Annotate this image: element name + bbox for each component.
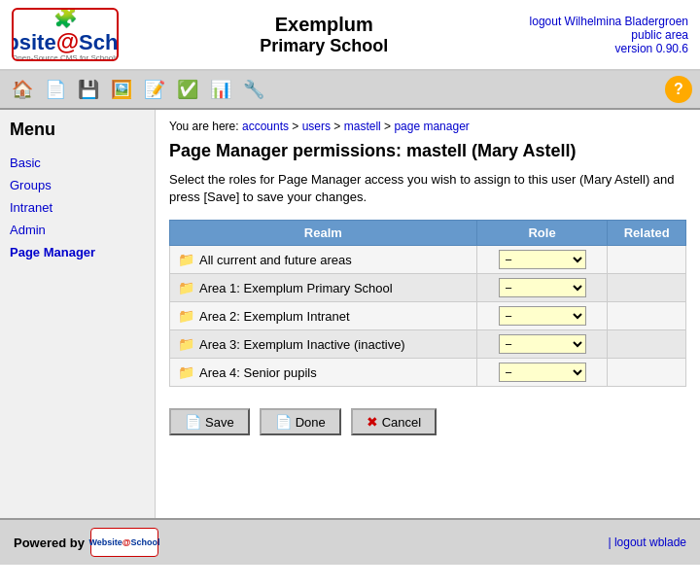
permissions-table: Realm Role Related 📁All current and futu… [169, 220, 686, 387]
page-icon[interactable]: 📄 [41, 75, 70, 104]
related-cell [608, 302, 686, 330]
site-name-line2: Primary School [119, 36, 530, 56]
folder-icon: 📁 [178, 252, 194, 267]
role-cell: –ModeratorAdministrator [476, 274, 608, 302]
folder-icon: 📁 [178, 280, 194, 295]
logout-link-header[interactable]: logout Wilhelmina Bladergroen [530, 15, 688, 28]
button-row: 📄 Save 📄 Done ✖ Cancel [169, 402, 686, 445]
realm-label: Area 1: Exemplum Primary School [199, 281, 393, 295]
realm-cell: 📁Area 3: Exemplum Inactive (inactive) [170, 330, 477, 359]
breadcrumb-accounts[interactable]: accounts [242, 120, 289, 133]
cancel-button[interactable]: ✖ Cancel [351, 408, 437, 435]
role-select[interactable]: –ModeratorAdministrator [499, 306, 586, 326]
col-realm: Realm [170, 221, 477, 246]
realm-cell: 📁Area 1: Exemplum Primary School [170, 274, 477, 302]
related-cell [608, 274, 686, 302]
check-icon[interactable]: ✅ [173, 75, 202, 104]
footer-logout-link[interactable]: | logout wblade [608, 536, 686, 549]
toolbar: 🏠 📄 💾 🖼️ 📝 ✅ 📊 🔧 ? [0, 71, 700, 110]
role-cell: –ModeratorAdministrator [476, 330, 608, 359]
footer-left: Powered by Website@School [14, 528, 158, 557]
related-cell [608, 330, 686, 359]
sidebar-item-pagemanager[interactable]: Page Manager [10, 241, 145, 263]
save-icon[interactable]: 💾 [74, 75, 103, 104]
breadcrumb-mastell[interactable]: mastell [344, 120, 381, 133]
sidebar-title: Menu [10, 120, 145, 140]
realm-cell: 📁Area 2: Exemplum Intranet [170, 302, 477, 330]
sidebar-item-intranet[interactable]: Intranet [10, 196, 145, 219]
save-btn-icon: 📄 [185, 414, 201, 430]
table-row: 📁Area 1: Exemplum Primary School–Moderat… [170, 274, 686, 302]
powered-by-label: Powered by [14, 536, 85, 550]
folder-icon: 📁 [178, 308, 194, 324]
realm-cell: 📁All current and future areas [170, 246, 477, 274]
realm-cell: 📁Area 4: Senior pupils [170, 359, 477, 387]
col-related: Related [608, 221, 686, 246]
home-icon[interactable]: 🏠 [8, 75, 37, 104]
sidebar-item-admin[interactable]: Admin [10, 219, 145, 241]
site-title: Exemplum Primary School [119, 14, 530, 56]
role-select[interactable]: –ModeratorAdministrator [499, 334, 586, 354]
breadcrumb-users[interactable]: users [302, 120, 331, 133]
breadcrumb: You are here: accounts > users > mastell… [169, 120, 686, 133]
save-button[interactable]: 📄 Save [169, 408, 250, 435]
logo-area: 🧩Website@School® Open-Source CMS for Sch… [12, 8, 119, 61]
header: 🧩Website@School® Open-Source CMS for Sch… [0, 0, 700, 71]
user-version: version 0.90.6 [615, 42, 688, 55]
content-area: You are here: accounts > users > mastell… [156, 110, 700, 518]
user-area: public area [631, 28, 688, 42]
sidebar: Menu Basic Groups Intranet Admin Page Ma… [0, 110, 156, 518]
logo: 🧩Website@School® Open-Source CMS for Sch… [12, 8, 119, 61]
user-info: logout Wilhelmina Bladergroen public are… [530, 15, 688, 55]
table-row: 📁Area 2: Exemplum Intranet–ModeratorAdmi… [170, 302, 686, 330]
done-btn-icon: 📄 [275, 414, 292, 430]
logo-tagline: Open-Source CMS for Schools [12, 54, 119, 61]
image-icon[interactable]: 🖼️ [107, 75, 136, 104]
breadcrumb-prefix: You are here: [169, 120, 239, 133]
toolbar-icons: 🏠 📄 💾 🖼️ 📝 ✅ 📊 🔧 [8, 75, 268, 104]
realm-label: All current and future areas [199, 253, 352, 267]
role-select[interactable]: –ModeratorAdministrator [499, 278, 586, 297]
role-cell: –ModeratorAdministrator [476, 246, 608, 274]
site-name-line1: Exemplum [119, 14, 530, 36]
done-btn-label: Done [296, 415, 326, 430]
content-icon[interactable]: 📝 [140, 75, 169, 104]
role-select[interactable]: –ModeratorAdministrator [499, 250, 586, 269]
role-select[interactable]: –ModeratorAdministrator [499, 363, 586, 382]
table-row: 📁All current and future areas–ModeratorA… [170, 246, 686, 274]
sidebar-item-groups[interactable]: Groups [10, 174, 145, 196]
settings-icon[interactable]: 🔧 [239, 75, 268, 104]
realm-label: Area 2: Exemplum Intranet [199, 309, 350, 324]
folder-icon: 📁 [178, 364, 194, 380]
done-button[interactable]: 📄 Done [260, 408, 341, 435]
related-cell [608, 246, 686, 274]
realm-label: Area 4: Senior pupils [199, 365, 317, 380]
chart-icon[interactable]: 📊 [206, 75, 235, 104]
sidebar-item-basic[interactable]: Basic [10, 152, 145, 174]
cancel-btn-icon: ✖ [367, 414, 378, 430]
footer-right: | logout wblade [608, 536, 686, 549]
footer-logo: Website@School [90, 528, 158, 557]
footer: Powered by Website@School | logout wblad… [0, 518, 700, 565]
table-row: 📁Area 3: Exemplum Inactive (inactive)–Mo… [170, 330, 686, 359]
folder-icon: 📁 [178, 336, 194, 352]
page-title: Page Manager permissions: mastell (Mary … [169, 141, 686, 161]
main-layout: Menu Basic Groups Intranet Admin Page Ma… [0, 110, 700, 518]
realm-label: Area 3: Exemplum Inactive (inactive) [199, 337, 405, 352]
cancel-btn-label: Cancel [382, 415, 421, 430]
breadcrumb-pagemanager[interactable]: page manager [394, 120, 469, 133]
page-description: Select the roles for Page Manager access… [169, 171, 686, 206]
table-row: 📁Area 4: Senior pupils–ModeratorAdminist… [170, 359, 686, 387]
help-button[interactable]: ? [665, 76, 692, 103]
role-cell: –ModeratorAdministrator [476, 302, 608, 330]
role-cell: –ModeratorAdministrator [476, 359, 608, 387]
related-cell [608, 359, 686, 387]
col-role: Role [476, 221, 608, 246]
save-btn-label: Save [205, 415, 234, 430]
